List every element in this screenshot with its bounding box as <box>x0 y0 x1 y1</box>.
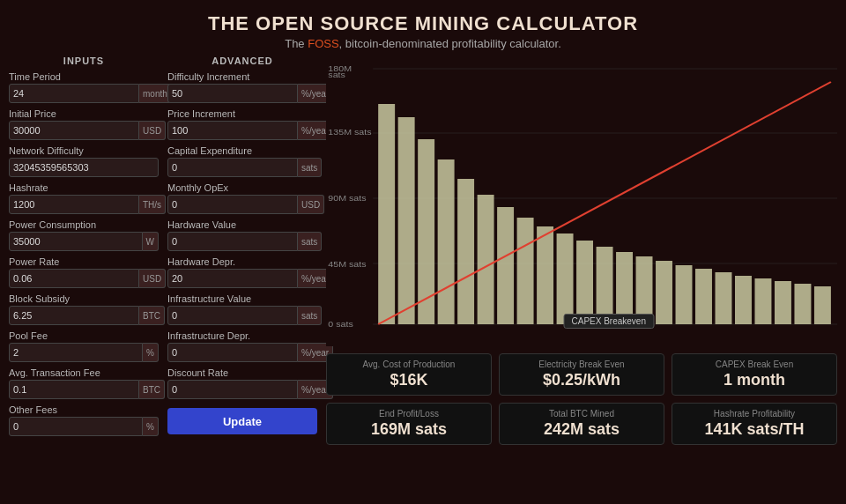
page-header: THE OPEN SOURCE MINING CALCULATOR The FO… <box>0 0 846 56</box>
stat-card-3: End Profit/Loss169M sats <box>326 403 492 445</box>
stats-grid: Avg. Cost of Production$16KElectricity B… <box>326 353 837 445</box>
advanced-value-5[interactable] <box>167 269 298 288</box>
page-subtitle: The FOSS, bitcoin-denominated profitabil… <box>0 37 846 50</box>
inputs-section: INPUTS Time PeriodmonthsInitial PriceUSD… <box>9 56 159 445</box>
advanced-field-0: Difficulty Increment%/year <box>167 71 317 103</box>
input-value-7[interactable] <box>9 343 143 362</box>
input-value-1[interactable] <box>9 121 139 140</box>
input-value-3[interactable] <box>9 195 139 214</box>
update-button[interactable]: Update <box>167 408 317 434</box>
advanced-label-7: Infrastructure Depr. <box>167 330 317 341</box>
stat-label-4: Total BTC Mined <box>508 409 655 419</box>
stat-value-4: 242M sats <box>508 420 655 439</box>
subtitle-before: The <box>285 37 308 50</box>
svg-rect-29 <box>716 272 732 324</box>
input-field-3: HashrateTH/s <box>9 182 159 214</box>
advanced-value-8[interactable] <box>167 380 298 399</box>
svg-rect-12 <box>378 104 395 324</box>
chart-svg: 180M sats 135M sats 90M sats 45M sats 0 … <box>326 56 837 346</box>
svg-rect-28 <box>695 269 712 324</box>
subtitle-after: , bitcoin-denominated profitability calc… <box>339 37 561 50</box>
input-value-2[interactable] <box>9 158 159 177</box>
foss-link[interactable]: FOSS <box>308 37 338 50</box>
advanced-field-5: Hardware Depr.%/year <box>167 256 317 288</box>
stat-value-3: 169M sats <box>336 420 482 439</box>
advanced-label-0: Difficulty Increment <box>167 71 317 82</box>
stat-value-5: 141K sats/TH <box>681 420 827 439</box>
input-field-9: Other Fees% <box>9 404 159 436</box>
svg-rect-31 <box>754 278 771 324</box>
svg-rect-17 <box>478 195 494 324</box>
stat-label-5: Hashrate Profitability <box>681 409 827 419</box>
stat-value-1: $0.25/kWh <box>508 371 655 389</box>
input-field-5: Power RateUSD <box>9 256 159 288</box>
svg-rect-16 <box>457 179 474 324</box>
input-value-0[interactable] <box>9 84 139 103</box>
stat-card-5: Hashrate Profitability141K sats/TH <box>672 403 837 445</box>
svg-text:135M sats: 135M sats <box>328 128 371 137</box>
input-unit-7: % <box>143 343 159 362</box>
svg-rect-18 <box>497 207 514 324</box>
stat-card-1: Electricity Break Even$0.25/kWh <box>499 353 664 396</box>
advanced-value-4[interactable] <box>167 232 298 251</box>
input-unit-1: USD <box>139 121 166 140</box>
stat-card-2: CAPEX Break Even1 month <box>672 353 837 396</box>
svg-rect-26 <box>656 261 672 324</box>
input-label-4: Power Consumption <box>9 219 159 230</box>
svg-rect-23 <box>597 247 613 324</box>
input-label-0: Time Period <box>9 71 159 82</box>
svg-rect-22 <box>576 241 593 324</box>
svg-rect-20 <box>537 226 553 324</box>
advanced-value-1[interactable] <box>167 121 298 140</box>
input-unit-5: USD <box>139 269 166 288</box>
input-unit-4: W <box>143 232 159 251</box>
input-label-8: Avg. Transaction Fee <box>9 367 159 378</box>
input-value-4[interactable] <box>9 232 143 251</box>
advanced-value-2[interactable] <box>167 158 298 177</box>
advanced-value-3[interactable] <box>167 195 298 214</box>
inputs-title: INPUTS <box>9 56 159 66</box>
input-value-5[interactable] <box>9 269 139 288</box>
advanced-unit-2: sats <box>298 158 322 177</box>
input-unit-3: TH/s <box>139 195 166 214</box>
svg-rect-21 <box>557 233 574 324</box>
input-value-6[interactable] <box>9 306 139 325</box>
input-unit-9: % <box>143 417 159 436</box>
svg-rect-15 <box>438 159 455 324</box>
advanced-label-2: Capital Expenditure <box>167 145 317 156</box>
advanced-label-4: Hardware Value <box>167 219 317 230</box>
svg-rect-19 <box>517 218 534 324</box>
stat-value-0: $16K <box>336 371 482 389</box>
input-field-8: Avg. Transaction FeeBTC <box>9 367 159 399</box>
advanced-value-6[interactable] <box>167 306 298 325</box>
advanced-section: ADVANCED Difficulty Increment%/yearPrice… <box>167 56 317 445</box>
svg-text:sats: sats <box>328 70 345 79</box>
stat-value-2: 1 month <box>681 371 827 389</box>
input-label-9: Other Fees <box>9 404 159 415</box>
advanced-unit-4: sats <box>298 232 322 251</box>
input-field-0: Time Periodmonths <box>9 71 159 103</box>
svg-text:0 sats: 0 sats <box>328 320 352 329</box>
input-field-2: Network Difficulty <box>9 145 159 177</box>
advanced-label-8: Discount Rate <box>167 367 317 378</box>
chart-stats-section: 180M sats 135M sats 90M sats 45M sats 0 … <box>326 56 837 445</box>
input-field-6: Block SubsidyBTC <box>9 293 159 325</box>
stat-label-0: Avg. Cost of Production <box>336 359 482 369</box>
page-title: THE OPEN SOURCE MINING CALCULATOR <box>0 12 846 35</box>
svg-text:90M sats: 90M sats <box>328 194 366 203</box>
svg-rect-13 <box>398 117 415 324</box>
input-value-9[interactable] <box>9 417 143 436</box>
advanced-value-7[interactable] <box>167 343 298 362</box>
input-field-4: Power ConsumptionW <box>9 219 159 251</box>
advanced-value-0[interactable] <box>167 84 298 103</box>
svg-text:45M sats: 45M sats <box>328 260 366 269</box>
inputs-fields: Time PeriodmonthsInitial PriceUSDNetwork… <box>9 71 159 436</box>
stat-label-3: End Profit/Loss <box>336 409 482 419</box>
svg-rect-30 <box>735 276 752 324</box>
capex-label: CAPEX Breakeven <box>564 314 655 329</box>
advanced-field-7: Infrastructure Depr.%/year <box>167 330 317 362</box>
advanced-field-4: Hardware Valuesats <box>167 219 317 251</box>
input-value-8[interactable] <box>9 380 139 399</box>
advanced-label-5: Hardware Depr. <box>167 256 317 267</box>
advanced-field-8: Discount Rate%/year <box>167 367 317 399</box>
